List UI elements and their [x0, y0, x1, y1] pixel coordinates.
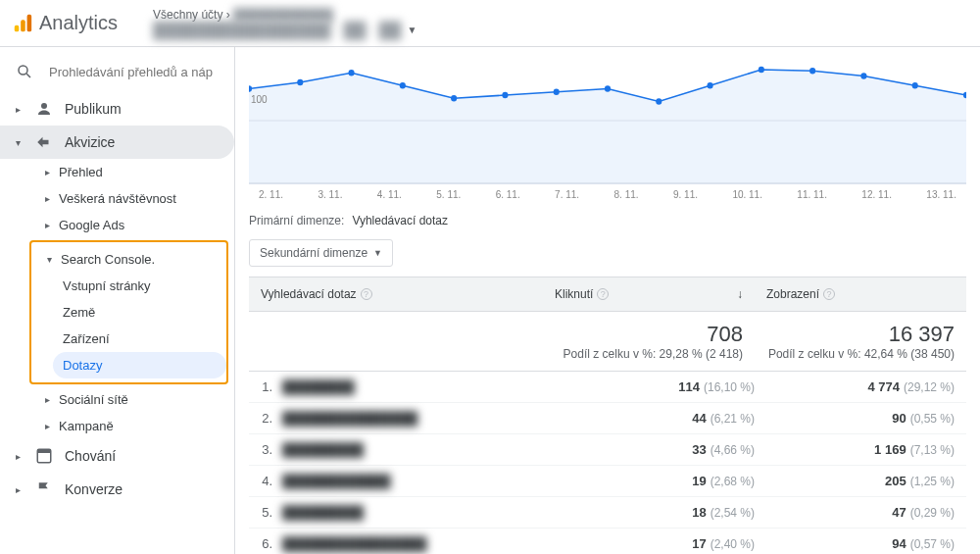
nav-label: Publikum	[65, 101, 122, 117]
query-text: ███████████████	[282, 411, 417, 426]
chevron-right-icon: ▸	[16, 484, 24, 495]
totals-row: 708 Podíl z celku v %: 29,28 % (2 418) 1…	[249, 312, 966, 372]
flag-icon	[35, 480, 53, 498]
help-icon[interactable]: ?	[597, 288, 609, 300]
chevron-down-icon: ▾	[47, 254, 55, 265]
x-axis: 2. 11.3. 11.4. 11.5. 11.6. 11.7. 11.8. 1…	[259, 189, 956, 200]
y-tick: 100	[251, 94, 268, 105]
svg-rect-0	[15, 25, 20, 30]
sort-desc-icon[interactable]: ↓	[737, 287, 743, 301]
breadcrumb-account: ████████████	[233, 8, 333, 22]
total-clicks: 708	[555, 322, 743, 347]
query-text: █████████	[282, 442, 364, 457]
help-icon[interactable]: ?	[823, 288, 835, 300]
search-icon	[16, 63, 33, 80]
nav-kampane[interactable]: ▸Kampaně	[45, 413, 234, 439]
secondary-dim-button[interactable]: Sekundární dimenze ▼	[249, 239, 393, 267]
primary-dim-label: Primární dimenze:	[249, 214, 344, 227]
chevron-right-icon: ▸	[16, 104, 24, 115]
highlight-box: ▾Search Console. Vstupní stránky Země Za…	[29, 240, 228, 384]
line-chart	[249, 57, 966, 184]
breadcrumb-property: ████████████████ · ██ · ██	[153, 22, 401, 39]
nav-search-console[interactable]: ▾Search Console.	[47, 246, 226, 273]
help-icon[interactable]: ?	[361, 288, 372, 300]
svg-point-11	[297, 79, 303, 86]
nav-zarizeni[interactable]: Zařízení	[63, 326, 226, 352]
table-row[interactable]: 3.█████████33(4,66 %)1 169(7,13 %)	[249, 434, 966, 466]
main-content: 100 2. 11.3. 11.4. 11.5. 11.6. 11.7. 11.…	[235, 47, 980, 554]
controls: Primární dimenze: Vyhledávací dotaz Seku…	[249, 214, 966, 267]
svg-point-14	[451, 95, 457, 102]
svg-point-20	[759, 67, 764, 74]
svg-point-12	[349, 70, 355, 76]
nav-chovani[interactable]: ▸ Chování	[0, 439, 234, 473]
svg-point-5	[41, 103, 47, 109]
svg-rect-2	[27, 14, 32, 30]
table-header: Vyhledávací dotaz ? Kliknutí ? ↓ Zobraze…	[249, 277, 966, 312]
behavior-icon	[35, 447, 53, 465]
table-row[interactable]: 4.████████████19(2,68 %)205(1,25 %)	[249, 466, 966, 497]
nav-vstupni-stranky[interactable]: Vstupní stránky	[63, 273, 226, 299]
chevron-right-icon: ▸	[45, 421, 53, 431]
chevron-right-icon: ▸	[45, 193, 53, 204]
svg-point-15	[502, 92, 508, 99]
table-row[interactable]: 2.███████████████44(6,21 %)90(0,55 %)	[249, 403, 966, 434]
nav-dotazy[interactable]: Dotazy	[53, 352, 226, 378]
acquisition-icon	[35, 133, 53, 151]
svg-point-17	[605, 85, 611, 92]
nav-konverze[interactable]: ▸ Konverze	[0, 473, 234, 506]
svg-point-22	[860, 73, 866, 79]
total-impressions: 16 397	[766, 322, 955, 347]
svg-rect-1	[21, 20, 25, 31]
sidebar-search[interactable]	[0, 55, 234, 92]
chevron-down-icon: ▾	[16, 137, 24, 148]
chevron-right-icon: ▸	[45, 220, 53, 230]
analytics-logo-icon	[12, 13, 33, 34]
nav-akvizice[interactable]: ▾ Akvizice	[0, 126, 234, 159]
nav-socialni[interactable]: ▸Sociální sítě	[45, 386, 234, 413]
col-clicks[interactable]: Kliknutí ? ↓	[543, 277, 755, 311]
chevron-down-icon: ▼	[373, 248, 382, 258]
breadcrumb[interactable]: Všechny účty › ████████████ ████████████…	[153, 8, 416, 39]
nav-label: Konverze	[65, 481, 122, 497]
product-name: Analytics	[39, 12, 118, 34]
nav-label: Akvizice	[65, 134, 115, 150]
chevron-right-icon: ▸	[16, 451, 24, 462]
table-row[interactable]: 5.█████████18(2,54 %)47(0,29 %)	[249, 497, 966, 529]
data-table: Vyhledávací dotaz ? Kliknutí ? ↓ Zobraze…	[249, 277, 966, 554]
primary-dim-value[interactable]: Vyhledávací dotaz	[352, 214, 448, 227]
sidebar: ▸ Publikum ▾ Akvizice ▸Přehled ▸Veškerá …	[0, 47, 235, 554]
chevron-right-icon: ▸	[45, 394, 53, 405]
svg-point-13	[400, 82, 406, 89]
logo[interactable]: Analytics	[12, 12, 118, 34]
topbar: Analytics Všechny účty › ████████████ ██…	[0, 0, 980, 47]
svg-rect-7	[37, 449, 51, 453]
col-impressions[interactable]: Zobrazení ?	[755, 277, 966, 311]
table-row[interactable]: 6.████████████████17(2,40 %)94(0,57 %)	[249, 529, 966, 554]
query-text: █████████	[282, 505, 364, 520]
table-body: 1.████████114(16,10 %)4 774(29,12 %)2.██…	[249, 372, 966, 554]
query-text: ████████████	[282, 474, 391, 488]
svg-point-18	[656, 98, 662, 105]
person-icon	[35, 100, 53, 118]
svg-line-4	[26, 74, 30, 77]
chevron-down-icon[interactable]: ▼	[407, 25, 416, 35]
query-text: ████████████████	[282, 536, 426, 551]
nav-publikum[interactable]: ▸ Publikum	[0, 92, 234, 126]
svg-point-23	[912, 82, 918, 89]
nav-prehled[interactable]: ▸Přehled	[45, 159, 234, 185]
nav-google-ads[interactable]: ▸Google Ads	[45, 212, 234, 238]
breadcrumb-prefix: Všechny účty ›	[153, 8, 230, 22]
svg-point-16	[554, 89, 560, 96]
total-impressions-sub: Podíl z celku v %: 42,64 % (38 450)	[768, 347, 955, 361]
table-row[interactable]: 1.████████114(16,10 %)4 774(29,12 %)	[249, 372, 966, 403]
col-query[interactable]: Vyhledávací dotaz ?	[249, 277, 543, 311]
chart[interactable]: 100 2. 11.3. 11.4. 11.5. 11.6. 11.7. 11.…	[249, 57, 966, 184]
search-input[interactable]	[49, 65, 219, 79]
nav-navstevnost[interactable]: ▸Veškerá návštěvnost	[45, 185, 234, 212]
svg-point-3	[19, 66, 27, 75]
total-clicks-sub: Podíl z celku v %: 29,28 % (2 418)	[564, 347, 743, 361]
nav-label: Chování	[65, 448, 116, 464]
nav-zeme[interactable]: Země	[63, 299, 226, 326]
svg-point-21	[809, 68, 815, 75]
